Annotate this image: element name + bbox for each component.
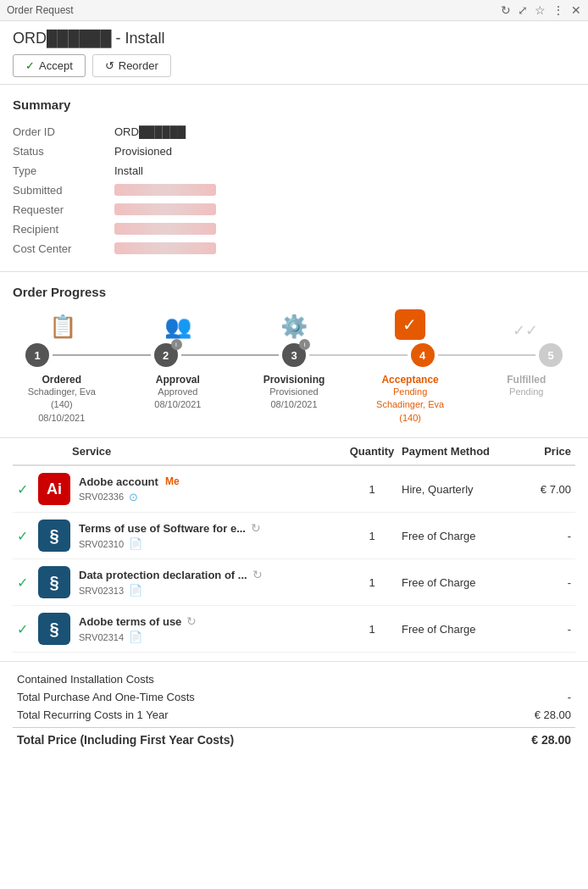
service-name-dataprot: Data protection declaration of ... <box>79 569 247 581</box>
label-status: Status <box>13 145 114 158</box>
step5-circle: 5 <box>539 343 563 367</box>
service-rotate-icon-adobeterms: ↻ <box>186 614 197 628</box>
reorder-button[interactable]: ↺ Reorder <box>92 54 171 77</box>
step1-icon: 📋 <box>49 314 76 340</box>
service-doc-icon-terms[interactable]: 📄 <box>129 537 142 550</box>
page-header: ORD██████ - Install ✓ Accept ↺ Reorder <box>0 21 588 85</box>
service-name-terms: Terms of use of Software for e... <box>79 522 246 535</box>
service-doc-icon-dataprot[interactable]: 📄 <box>129 584 142 597</box>
service-id-adobeterms: SRV02314 <box>79 632 124 642</box>
value-status: Provisioned <box>114 145 172 158</box>
check-dataprot: ✓ <box>17 575 38 591</box>
icon-dataprot-service: § <box>38 566 72 598</box>
more-icon[interactable]: ⋮ <box>552 3 564 17</box>
totals-section: Contained Installation Costs Total Purch… <box>0 661 588 758</box>
refresh-icon[interactable]: ↻ <box>501 3 511 17</box>
step4-name: Acceptance <box>365 374 454 386</box>
step5-icon: ✓✓ <box>513 321 538 340</box>
title-bar-text: Order Request <box>7 4 74 16</box>
total-label-onetime: Total Purchase And One-Time Costs <box>17 691 195 703</box>
services-section: Service Quantity Payment Method Price ✓ … <box>0 438 588 661</box>
label-type: Type <box>13 164 114 177</box>
total-label-grandtotal: Total Price (Including First Year Costs) <box>17 733 234 747</box>
service-id-terms: SRV02310 <box>79 539 124 549</box>
step4-detail: PendingSchadinger, Eva(140) <box>365 386 454 425</box>
service-name-adobeterms: Adobe terms of use <box>79 615 181 628</box>
value-requester <box>114 203 216 215</box>
total-row-onetime: Total Purchase And One-Time Costs - <box>13 688 575 706</box>
step2-name: Approval <box>133 374 222 386</box>
step1-detail: Schadinger, Eva(140)08/10/2021 <box>17 386 106 425</box>
service-row-dataprot: ✓ § Data protection declaration of ... ↻… <box>13 559 575 606</box>
total-value-onetime: - <box>568 691 571 703</box>
page-title: ORD██████ - Install <box>13 30 575 47</box>
step2-info-badge: i <box>171 339 182 350</box>
qty-adobe: 1 <box>342 483 402 496</box>
progress-title: Order Progress <box>13 285 575 299</box>
label-recipient: Recipient <box>13 223 114 236</box>
step4-icon: ✓ <box>395 309 425 340</box>
payment-terms: Free of Charge <box>402 530 512 542</box>
value-recipient <box>114 223 216 235</box>
service-row-terms: ✓ § Terms of use of Software for e... ↻ … <box>13 513 575 559</box>
price-terms: - <box>512 530 571 542</box>
reorder-icon: ↺ <box>105 59 114 72</box>
step1-name: Ordered <box>17 374 106 386</box>
accept-button[interactable]: ✓ Accept <box>13 54 86 77</box>
summary-row-requester: Requester <box>13 200 575 219</box>
col-header-payment: Payment Method <box>402 445 512 458</box>
check-adobeterms: ✓ <box>17 621 38 637</box>
step3-name: Provisioning <box>249 374 338 386</box>
summary-section: Summary Order ID ORD██████ Status Provis… <box>0 85 588 272</box>
total-value-recurring: € 28.00 <box>535 708 571 721</box>
payment-adobeterms: Free of Charge <box>402 623 512 636</box>
col-header-quantity: Quantity <box>342 445 402 458</box>
summary-title: Summary <box>13 97 575 112</box>
check-terms: ✓ <box>17 528 38 544</box>
summary-row-orderid: Order ID ORD██████ <box>13 122 575 142</box>
service-rotate-icon-dataprot: ↻ <box>252 568 263 581</box>
total-row-recurring: Total Recurring Costs in 1 Year € 28.00 <box>13 706 575 724</box>
progress-section: Order Progress 📋 👥 ⚙️ ✓ ✓✓ 1 <box>0 272 588 438</box>
total-row-installation: Contained Installation Costs <box>13 670 575 688</box>
payment-adobe: Hire, Quarterly <box>402 483 512 496</box>
step4-circle: 4 <box>411 343 435 367</box>
step3-info-badge: i <box>299 339 310 350</box>
service-row-adobe: ✓ Ai Adobe account Me SRV02336 ⊙ 1 Hire,… <box>13 466 575 513</box>
step5-name: Fulfilled <box>482 374 571 386</box>
total-label-installation: Contained Installation Costs <box>17 673 154 686</box>
service-row-adobeterms: ✓ § Adobe terms of use ↻ SRV02314 📄 1 Fr… <box>13 606 575 653</box>
check-adobe: ✓ <box>17 481 38 497</box>
star-icon[interactable]: ☆ <box>535 3 546 17</box>
step2-icon: 👥 <box>164 314 191 340</box>
step5-detail: Pending <box>482 386 571 398</box>
service-name-adobe: Adobe account <box>79 475 158 488</box>
total-label-recurring: Total Recurring Costs in 1 Year <box>17 708 168 721</box>
service-rotate-icon-terms: ↻ <box>251 521 261 535</box>
resize-icon[interactable]: ⤢ <box>518 3 528 17</box>
summary-row-costcenter: Cost Center <box>13 239 575 258</box>
service-info-dataprot: Data protection declaration of ... ↻ SRV… <box>79 568 342 597</box>
step2-detail: Approved08/10/2021 <box>133 386 222 412</box>
value-orderid: ORD██████ <box>114 125 186 138</box>
payment-dataprot: Free of Charge <box>402 576 512 589</box>
summary-table: Order ID ORD██████ Status Provisioned Ty… <box>13 122 575 258</box>
close-icon[interactable]: ✕ <box>571 3 581 17</box>
summary-row-type: Type Install <box>13 161 575 181</box>
step3-detail: Provisioned08/10/2021 <box>249 386 338 412</box>
icon-adobe-account: Ai <box>38 473 72 505</box>
icon-terms-service: § <box>38 520 72 552</box>
service-doc-icon-adobeterms[interactable]: 📄 <box>129 631 142 643</box>
service-info-terms: Terms of use of Software for e... ↻ SRV0… <box>79 521 342 550</box>
price-adobeterms: - <box>512 623 571 636</box>
step3-icon: ⚙️ <box>280 314 308 340</box>
service-info-adobe: Adobe account Me SRV02336 ⊙ <box>79 475 342 503</box>
accept-icon: ✓ <box>25 59 35 72</box>
total-value-grandtotal: € 28.00 <box>531 733 571 747</box>
summary-row-recipient: Recipient <box>13 219 575 239</box>
title-bar-icons: ↻ ⤢ ☆ ⋮ ✕ <box>501 3 581 17</box>
label-submitted: Submitted <box>13 184 114 197</box>
title-bar: Order Request ↻ ⤢ ☆ ⋮ ✕ <box>0 0 588 21</box>
label-orderid: Order ID <box>13 125 114 138</box>
service-link-icon-adobe[interactable]: ⊙ <box>129 491 138 503</box>
